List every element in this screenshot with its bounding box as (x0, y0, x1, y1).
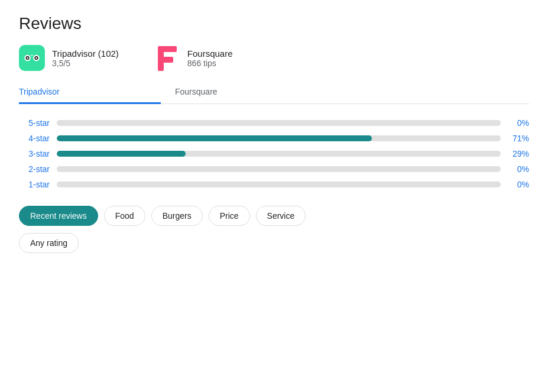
foursquare-icon (154, 45, 180, 71)
rating-row: 1-star0% (19, 180, 529, 189)
tripadvisor-icon (19, 45, 45, 71)
rating-row: 5-star0% (19, 118, 529, 128)
foursquare-tips: 866 tips (187, 59, 233, 68)
rating-row: 2-star0% (19, 164, 529, 174)
rating-label-3-star: 3-star (19, 149, 50, 158)
bar-track-5-star (57, 120, 501, 126)
filter-chip-service[interactable]: Service (256, 206, 306, 226)
tabs-bar: Tripadvisor Foursquare (19, 80, 529, 104)
tripadvisor-platform[interactable]: Tripadvisor (102) 3,5/5 (19, 45, 119, 71)
ratings-section: 5-star0%4-star71%3-star29%2-star0%1-star… (19, 118, 529, 189)
rating-pct-4-star: 71% (508, 134, 529, 143)
rating-pct-2-star: 0% (508, 164, 529, 174)
bar-track-4-star (57, 135, 501, 141)
tripadvisor-info: Tripadvisor (102) 3,5/5 (52, 48, 119, 68)
rating-label-5-star: 5-star (19, 118, 50, 128)
tripadvisor-score: 3,5/5 (52, 59, 119, 68)
foursquare-name: Foursquare (187, 48, 233, 59)
tripadvisor-name: Tripadvisor (102) (52, 48, 119, 59)
rating-label-1-star: 1-star (19, 180, 50, 189)
filter-chip2-any-rating[interactable]: Any rating (19, 233, 79, 253)
rating-label-2-star: 2-star (19, 164, 50, 174)
bar-track-1-star (57, 182, 501, 187)
rating-label-4-star: 4-star (19, 134, 50, 143)
rating-row: 3-star29% (19, 149, 529, 158)
foursquare-platform[interactable]: Foursquare 866 tips (154, 45, 233, 71)
rating-row: 4-star71% (19, 134, 529, 143)
filter-chips-row2: Any rating (19, 233, 529, 253)
bar-track-3-star (57, 151, 501, 157)
tab-foursquare[interactable]: Foursquare (175, 81, 515, 104)
page-title: Reviews (19, 14, 529, 33)
svg-point-5 (35, 57, 37, 59)
filter-chips-row1: Recent reviewsFoodBurgersPriceService (19, 206, 529, 226)
foursquare-info: Foursquare 866 tips (187, 48, 233, 68)
bar-fill-4-star (57, 135, 372, 141)
bar-fill-3-star (57, 151, 186, 157)
tab-tripadvisor[interactable]: Tripadvisor (19, 81, 161, 104)
rating-pct-3-star: 29% (508, 149, 529, 158)
filter-chip-price[interactable]: Price (209, 206, 250, 226)
rating-pct-1-star: 0% (508, 180, 529, 189)
filter-chip-food[interactable]: Food (104, 206, 145, 226)
filter-chip-burgers[interactable]: Burgers (151, 206, 203, 226)
platforms-row: Tripadvisor (102) 3,5/5 Foursquare 866 t… (19, 45, 529, 71)
rating-pct-5-star: 0% (508, 118, 529, 128)
bar-track-2-star (57, 166, 501, 172)
svg-point-4 (27, 57, 28, 59)
filter-chip-recent-reviews[interactable]: Recent reviews (19, 206, 98, 226)
